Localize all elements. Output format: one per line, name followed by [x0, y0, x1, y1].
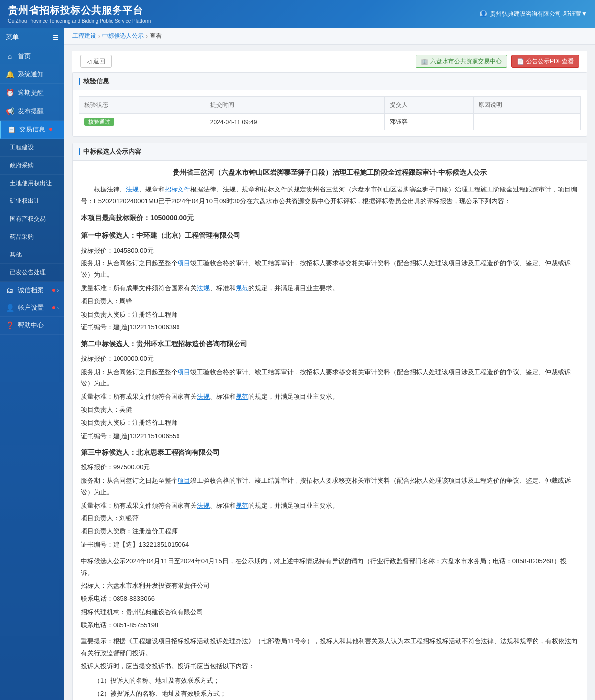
chevron-right-icon: › — [57, 288, 59, 293]
sidebar-item-label: 发布提醒 — [18, 107, 44, 116]
sidebar-item-published[interactable]: 已发公告处理 — [0, 264, 64, 282]
notice-text-prefix: 中标候选人公示2024年04月11日至2024年04月15日，在公示期内，对上述… — [81, 557, 567, 576]
important-tip: 重要提示：根据《工程建设项目招标投标活动投诉处理办法》（七部委局11号令），投标… — [81, 636, 579, 659]
user-info[interactable]: 👤 贵州弘典建设咨询有限公司-邓钰萱▼ — [480, 10, 587, 18]
home-icon: ⌂ — [6, 52, 14, 60]
law-link3[interactable]: 法规 — [197, 393, 210, 400]
sidebar-item-state-equity[interactable]: 国有产权交易 — [0, 210, 64, 228]
sidebar-item-label: 帮助中心 — [18, 321, 44, 330]
transaction-submenu: 工程建设 政府采购 土地使用权出让 矿业权出让 国有产权交易 药品采购 其他 已… — [0, 139, 64, 282]
candidate-3-service: 服务期：从合同签订之日起至整个项目竣工验收合格的审计、竣工结算审计，按招标人要求… — [81, 475, 579, 498]
back-button[interactable]: ◁ 返回 — [80, 55, 112, 68]
toolbar-right: 🏢 六盘水市公共资源交易中心 📄 公告公示PDF查看 — [416, 55, 579, 68]
announcement-section: 中标候选人公示内容 贵州省三岔河（六盘水市钟山区岩脚寨至狮子口段）治理工程施工阶… — [72, 143, 587, 700]
sidebar-menu-header: 菜单 ☰ — [0, 28, 64, 47]
sidebar-item-gov-purchase[interactable]: 政府采购 — [0, 157, 64, 175]
announcement-body: 贵州省三岔河（六盘水市钟山区岩脚寨至狮子口段）治理工程施工阶段全过程跟踪审计-中… — [73, 161, 587, 700]
pdf-icon: 📄 — [517, 58, 524, 65]
intro-text: 根据法律、法规、规章和招标文件根据法律、法规、规章和招标文件的规定贵州省三岔河（… — [81, 184, 579, 207]
sidebar-item-label: 政府采购 — [10, 161, 34, 170]
norm-link[interactable]: 规范 — [236, 284, 248, 292]
quality-rest-5: 、标准和 — [210, 502, 236, 509]
candidate-1-cert: 证书编号：建[造]13221151006396 — [81, 321, 579, 333]
list-item: （1）投诉人的名称、地址及有效联系方式； — [94, 675, 579, 686]
candidate-1-title: 第一中标候选人：中环建（北京）工程管理有限公司 — [81, 229, 579, 242]
candidate-3: 第三中标候选人：北京思泰工程咨询有限公司 投标报价：997500.00元 服务期… — [81, 446, 579, 550]
sidebar-item-credit[interactable]: 🗂 诚信档案 › — [0, 282, 64, 299]
sidebar-item-publish-remind[interactable]: 📢 发布提醒 — [0, 102, 64, 121]
building-icon: 🏢 — [421, 58, 428, 65]
sidebar-item-other[interactable]: 其他 — [0, 246, 64, 264]
reason-cell — [473, 114, 580, 130]
col-status: 核验状态 — [79, 97, 205, 114]
sidebar-item-system-notice[interactable]: 🔔 系统通知 — [0, 65, 64, 84]
sidebar-item-label: 诚信档案 — [18, 286, 44, 295]
verification-title: 核验信息 — [83, 77, 109, 86]
sidebar-item-drug-purchase[interactable]: 药品采购 — [0, 228, 64, 246]
norm-link3[interactable]: 规范 — [236, 502, 248, 509]
candidate-3-title: 第三中标候选人：北京思泰工程咨询有限公司 — [81, 446, 579, 459]
sidebar-item-transaction[interactable]: 📋 交易信息 — [0, 121, 64, 139]
back-arrow-icon: ◁ — [87, 58, 91, 65]
sidebar-item-home[interactable]: ⌂ 首页 — [0, 47, 64, 65]
candidate-1: 第一中标候选人：中环建（北京）工程管理有限公司 投标报价：1045800.00元… — [81, 229, 579, 333]
pdf-button[interactable]: 📄 公告公示PDF查看 — [511, 55, 579, 68]
quality-rest-1: 、标准和 — [210, 284, 236, 292]
law-link2[interactable]: 法规 — [197, 284, 210, 292]
breadcrumb-current: 查看 — [150, 32, 162, 40]
sidebar-item-engineering[interactable]: 工程建设 — [0, 139, 64, 157]
sidebar-item-label: 其他 — [10, 251, 22, 259]
breadcrumb-engineering[interactable]: 工程建设 — [72, 32, 96, 40]
folder-icon: 🗂 — [6, 286, 14, 294]
project-link-1[interactable]: 项目 — [178, 259, 190, 267]
candidate-2-cert: 证书编号：建[造]13221151006556 — [81, 430, 579, 442]
sidebar-item-land-use[interactable]: 土地使用权出让 — [0, 175, 64, 192]
menu-toggle-icon[interactable]: ☰ — [53, 34, 59, 41]
service-label-2: 服务期：从合同签订之日起至整个 — [81, 368, 178, 376]
sidebar-item-label: 矿业权出让 — [10, 197, 40, 205]
verification-table: 核验状态 提交时间 提交人 原因说明 核验通过 2024 — [79, 96, 581, 130]
law-link[interactable]: 法规 — [126, 186, 139, 193]
back-label: 返回 — [93, 57, 105, 65]
service-label: 服务期：从合同签订之日起至整个 — [81, 259, 178, 267]
sidebar-item-label: 系统通知 — [18, 70, 44, 79]
main-content: 工程建设 › 中标候选人公示 › 查看 ◁ 返回 🏢 六盘水市公共资源交易中心 — [64, 28, 595, 700]
resource-center-button[interactable]: 🏢 六盘水市公共资源交易中心 — [416, 55, 507, 68]
agency: 招标代理机构：贵州弘典建设咨询有限公司 — [81, 606, 579, 618]
candidate-1-service: 服务期：从合同签订之日起至整个项目竣工验收合格的审计、竣工结算审计，按招标人要求… — [81, 257, 579, 281]
project-link-2[interactable]: 项目 — [178, 368, 190, 376]
sidebar-item-mineral[interactable]: 矿业权出让 — [0, 192, 64, 210]
user-icon: 👤 — [480, 10, 487, 17]
list-icon: 📋 — [7, 126, 15, 133]
header: 贵州省招标投标公共服务平台 GuiZhou Province Tendering… — [0, 0, 595, 28]
user-name: 贵州弘典建设咨询有限公司-邓钰萱▼ — [490, 10, 587, 18]
sidebar-item-expire-remind[interactable]: ⏰ 逾期提醒 — [0, 84, 64, 102]
candidate-1-bid: 投标报价：1045800.00元 — [81, 245, 579, 256]
person-icon: 👤 — [6, 304, 14, 312]
menu-label: 菜单 — [6, 33, 19, 42]
breadcrumb-sep2: › — [146, 33, 148, 40]
sidebar-item-label: 交易信息 — [19, 125, 45, 134]
norm-link2[interactable]: 规范 — [236, 393, 248, 400]
pdf-btn-label: 公告公示PDF查看 — [526, 57, 574, 65]
sidebar-item-help[interactable]: ❓ 帮助中心 — [0, 317, 64, 335]
clock-icon: ⏰ — [6, 89, 14, 97]
public-notice-period: 中标候选人公示2024年04月11日至2024年04月15日，在公示期内，对上述… — [81, 555, 579, 578]
law-link4[interactable]: 法规 — [197, 502, 210, 509]
list-item: （2）被投诉人的名称、地址及有效联系方式； — [94, 688, 579, 699]
time-cell: 2024-04-11 09:49 — [205, 114, 385, 130]
dot-badge — [49, 128, 52, 131]
status-cell: 核验通过 — [79, 114, 205, 130]
dot-badge2 — [52, 289, 55, 292]
candidate-1-manager: 项目负责人：周锋 — [81, 295, 579, 307]
doc-link[interactable]: 招标文件 — [165, 186, 190, 193]
help-icon: ❓ — [6, 321, 14, 329]
verification-section-header: 核验信息 — [73, 73, 587, 90]
candidate-2-quality: 质量标准：所有成果文件须符合国家有关法规、标准和规范的规定，并满足项目业主要求。 — [81, 391, 579, 402]
candidate-3-manager: 项目负责人：刘银萍 — [81, 512, 579, 524]
breadcrumb-candidates[interactable]: 中标候选人公示 — [102, 32, 144, 40]
project-link-3[interactable]: 项目 — [178, 477, 190, 484]
dot-badge3 — [52, 306, 55, 309]
sidebar-item-account[interactable]: 👤 帐户设置 › — [0, 299, 64, 317]
candidate-2-service: 服务期：从合同签订之日起至整个项目竣工验收合格的审计、竣工结算审计，按招标人要求… — [81, 366, 579, 389]
